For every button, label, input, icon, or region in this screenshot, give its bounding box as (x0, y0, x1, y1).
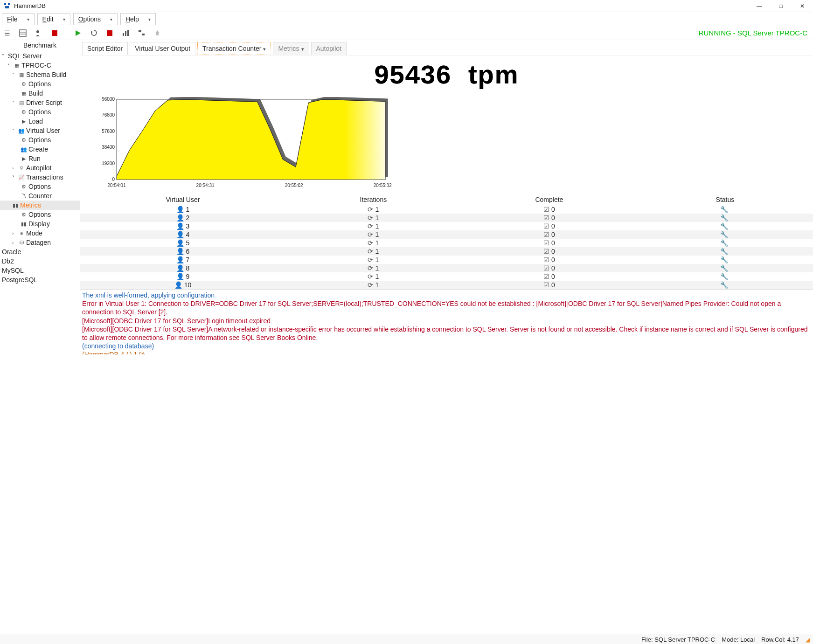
log-line: Error in Virtual User 1: Connection to D… (82, 299, 811, 316)
tree-ds-load[interactable]: ▶Load (0, 117, 80, 126)
toolbar: ☰ RUNNING - SQL Server TPROC-C (0, 26, 813, 40)
wrench-icon: 🔧 (720, 273, 728, 280)
mode-icon: ⎈ (18, 230, 25, 236)
wrench-icon: 🔧 (720, 214, 728, 222)
virtual-users-icon[interactable] (35, 29, 43, 37)
tree-postgresql[interactable]: PostgreSQL (0, 275, 80, 284)
close-button[interactable]: ✕ (792, 0, 813, 12)
tree-datagen[interactable]: ›⛁Datagen (0, 238, 80, 247)
title-bar: HammerDB — □ ✕ (0, 0, 813, 12)
user-icon: 👤 (176, 256, 184, 263)
chevron-down-icon: ▾ (263, 46, 266, 52)
tpm-chart: 0192003840057600768009600020:54:0120:54:… (99, 96, 388, 189)
wrench-icon: 🔧 (720, 256, 728, 263)
svg-text:0: 0 (112, 177, 115, 182)
stop-run-icon[interactable] (105, 29, 114, 37)
svg-rect-12 (125, 31, 126, 36)
tree-tx-counter[interactable]: 〽Counter (0, 191, 80, 201)
svg-text:20:55:02: 20:55:02 (285, 183, 303, 188)
tree-sqlserver[interactable]: ˅SQL Server (0, 51, 80, 61)
svg-rect-14 (139, 30, 141, 32)
svg-rect-10 (107, 30, 112, 36)
tab-transaction-counter[interactable]: Transaction Counter▾ (197, 42, 271, 55)
svg-text:20:54:31: 20:54:31 (196, 183, 215, 188)
refresh-icon: ⟳ (368, 281, 373, 289)
check-icon: ☑ (543, 214, 549, 222)
tree-m-options[interactable]: ⚙Options (0, 210, 80, 219)
tab-metrics[interactable]: Metrics▾ (273, 42, 309, 55)
tree-db2[interactable]: Db2 (0, 256, 80, 266)
tree-vu-run[interactable]: ▶Run (0, 154, 80, 163)
gear-icon: ⚙ (21, 184, 27, 190)
user-icon: 👤 (176, 222, 184, 230)
svg-text:20:54:01: 20:54:01 (108, 183, 126, 188)
menu-options[interactable]: Options▾ (73, 13, 118, 25)
tree-ds-options[interactable]: ⚙Options (0, 107, 80, 117)
chevron-down-icon: ▾ (63, 17, 65, 22)
minimize-button[interactable]: — (749, 0, 770, 12)
vu-row: 👤3⟳1☑0🔧 (80, 222, 813, 230)
menu-help[interactable]: Help▾ (120, 13, 156, 25)
resize-grip-icon[interactable]: ◢ (806, 636, 810, 643)
menu-icon[interactable]: ☰ (3, 29, 11, 37)
tree-driver-script[interactable]: ˅▤Driver Script (0, 98, 80, 107)
tree-sb-build[interactable]: ▦Build (0, 89, 80, 98)
chart-icon[interactable] (121, 29, 130, 37)
tree-mode[interactable]: ›⎈Mode (0, 229, 80, 238)
check-icon: ☑ (543, 222, 549, 230)
vu-header-iter: Iterations (285, 196, 461, 203)
upload-icon[interactable] (153, 29, 161, 37)
db-icon: ▦ (14, 62, 20, 69)
tree-vu-options[interactable]: ⚙Options (0, 135, 80, 145)
check-icon: ☑ (543, 256, 549, 263)
gear-icon: ⚙ (21, 137, 27, 143)
menu-bar: File▾ Edit▾ Options▾ Help▾ (0, 12, 813, 26)
vu-header-complete: Complete (461, 196, 637, 203)
play-icon: ▶ (21, 118, 27, 125)
stop-build-icon[interactable] (50, 29, 59, 37)
maximize-button[interactable]: □ (770, 0, 792, 12)
vu-row: 👤5⟳1☑0🔧 (80, 239, 813, 247)
tree-metrics[interactable]: ▮▮Metrics (0, 201, 80, 210)
tab-script-editor[interactable]: Script Editor (82, 42, 128, 55)
main-pane: Script Editor Virtual User Output Transa… (80, 40, 813, 635)
tree-m-display[interactable]: ▮▮Display (0, 219, 80, 229)
refresh-icon[interactable] (90, 29, 98, 37)
svg-rect-2 (5, 6, 9, 8)
log-pane[interactable]: The xml is well-formed, applying configu… (80, 289, 813, 354)
tree-vu-create[interactable]: 👥Create (0, 145, 80, 154)
menu-edit[interactable]: Edit▾ (37, 13, 70, 25)
tree-oracle[interactable]: Oracle (0, 247, 80, 256)
user-icon: 👤 (174, 281, 182, 289)
chart-icon: 📈 (18, 174, 25, 180)
vu-header-user: Virtual User (80, 196, 285, 203)
schema-icon[interactable] (19, 29, 27, 37)
tree-tx-options[interactable]: ⚙Options (0, 182, 80, 191)
menu-file[interactable]: File▾ (2, 13, 35, 25)
user-icon: 👤 (176, 239, 184, 247)
tree-virtual-user[interactable]: ˅👥Virtual User (0, 126, 80, 135)
autopilot-icon: ⛭ (18, 165, 25, 171)
status-running: RUNNING - SQL Server TPROC-C (699, 29, 810, 37)
wrench-icon: 🔧 (720, 248, 728, 255)
status-rowcol: Row.Col: 4.17 (761, 636, 799, 643)
svg-rect-13 (127, 30, 129, 36)
tree-autopilot[interactable]: ›⛭Autopilot (0, 163, 80, 173)
grid-icon: ▦ (21, 90, 27, 97)
tree-mysql[interactable]: MySQL (0, 266, 80, 275)
tree-schema-build[interactable]: ˅▦Schema Build (0, 70, 80, 79)
tree-tprocc[interactable]: ˅▦TPROC-C (0, 61, 80, 70)
svg-marker-16 (155, 30, 160, 33)
tree-sb-options[interactable]: ⚙Options (0, 79, 80, 89)
sidebar: Benchmark ˅SQL Server ˅▦TPROC-C ˅▦Schema… (0, 40, 80, 635)
tab-autopilot[interactable]: Autopilot (311, 42, 347, 55)
svg-text:20:55:32: 20:55:32 (374, 183, 392, 188)
check-icon: ☑ (543, 248, 549, 255)
tree-transactions[interactable]: ˅📈Transactions (0, 173, 80, 182)
metrics-icon[interactable] (137, 29, 146, 37)
chevron-down-icon: ▾ (301, 46, 304, 52)
check-icon: ☑ (543, 231, 549, 238)
svg-rect-3 (20, 30, 26, 36)
tab-virtual-user-output[interactable]: Virtual User Output (130, 42, 195, 55)
run-icon[interactable] (74, 29, 82, 37)
